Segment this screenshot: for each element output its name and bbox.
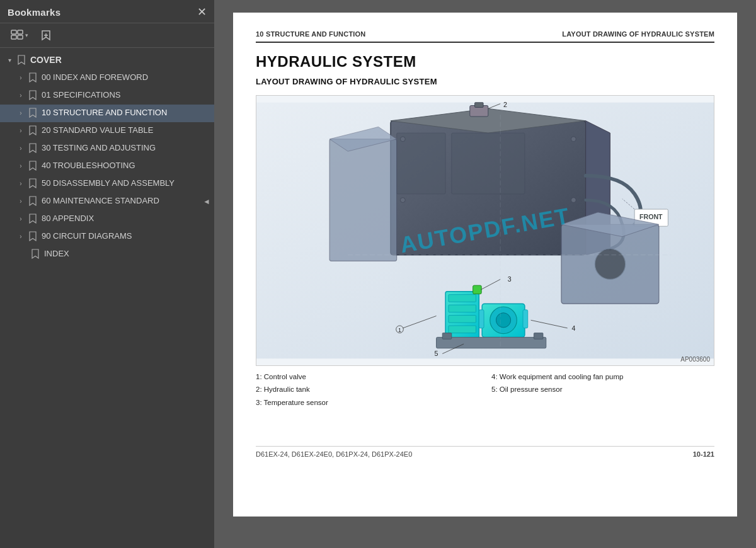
svg-text:5: 5 xyxy=(435,350,438,357)
sidebar: Bookmarks ✕ ▾ xyxy=(0,0,214,548)
expand-icon[interactable]: ▾ xyxy=(4,54,15,67)
caption-4: 4: Work equipment and cooling fan pump xyxy=(491,371,714,382)
sidebar-header: Bookmarks ✕ xyxy=(0,0,214,23)
expand-icon[interactable]: › xyxy=(15,89,26,102)
bookmark-icon xyxy=(28,107,38,118)
svg-text:4: 4 xyxy=(571,324,575,332)
svg-text:FRONT: FRONT xyxy=(639,213,663,220)
caption-5: 5: Oil pressure sensor xyxy=(491,384,714,395)
dropdown-arrow: ▾ xyxy=(25,32,28,38)
svg-text:3: 3 xyxy=(508,275,512,283)
bookmark-label: 01 SPECIFICATIONS xyxy=(42,89,212,101)
bookmark-item-20-std[interactable]: › 20 STANDARD VALUE TABLE xyxy=(0,122,214,140)
expand-icon[interactable]: › xyxy=(15,213,26,225)
bookmark-label: 80 APPENDIX xyxy=(42,213,212,224)
document-footer: D61EX-24, D61EX-24E0, D61PX-24, D61PX-24… xyxy=(256,446,714,458)
bookmark-label: 00 INDEX AND FOREWORD xyxy=(42,72,212,83)
svg-text:2: 2 xyxy=(503,101,507,108)
bookmark-icon xyxy=(28,142,38,154)
bookmark-add-icon xyxy=(40,29,52,42)
bookmark-label: 50 DISASSEMBLY AND ASSEMBLY xyxy=(42,178,212,189)
bookmark-label: 90 CIRCUIT DIAGRAMS xyxy=(42,231,212,242)
bookmark-icon xyxy=(16,54,26,66)
bookmark-item-40-trouble[interactable]: › 40 TROUBLESHOOTING xyxy=(0,157,214,175)
bookmark-label: COVER xyxy=(30,54,212,66)
doc-section-label: 10 STRUCTURE AND FUNCTION xyxy=(256,30,366,38)
bookmark-item-30-test[interactable]: › 30 TESTING AND ADJUSTING xyxy=(0,140,214,157)
caption-2: 2: Hydraulic tank xyxy=(256,384,479,395)
page-number: 10-121 xyxy=(693,450,714,458)
bookmark-icon xyxy=(30,248,40,260)
bookmark-icon xyxy=(28,195,38,207)
caption-empty xyxy=(491,397,714,408)
svg-rect-13 xyxy=(452,133,525,194)
svg-rect-29 xyxy=(449,305,476,312)
svg-rect-0 xyxy=(11,30,16,34)
svg-rect-40 xyxy=(534,333,543,340)
document-header: 10 STRUCTURE AND FUNCTION LAYOUT DRAWING… xyxy=(256,30,714,43)
svg-rect-35 xyxy=(479,310,484,328)
svg-rect-36 xyxy=(523,310,528,328)
hydraulic-diagram: FRONT xyxy=(256,95,714,366)
bookmark-item-80-appendix[interactable]: › 80 APPENDIX xyxy=(0,210,214,228)
bookmark-item-01-spec[interactable]: › 01 SPECIFICATIONS xyxy=(0,87,214,105)
bookmark-item-50-disassembly[interactable]: › 50 DISASSEMBLY AND ASSEMBLY xyxy=(0,175,214,193)
bookmark-icon xyxy=(28,213,38,224)
expand-icon[interactable]: › xyxy=(15,107,26,120)
svg-rect-11 xyxy=(475,103,484,108)
expand-icon[interactable]: › xyxy=(15,72,26,84)
svg-rect-18 xyxy=(329,139,396,261)
bookmark-item-60-maint[interactable]: › 60 MAINTENANCE STANDARD ◄ xyxy=(0,193,214,210)
bookmark-icon xyxy=(28,72,38,83)
svg-rect-12 xyxy=(397,133,445,194)
bookmark-icon xyxy=(28,178,38,189)
bookmark-item-index[interactable]: INDEX xyxy=(0,246,214,262)
bookmark-list: ▾ COVER › 00 INDEX AND FOREWORD › xyxy=(0,48,214,548)
svg-rect-1 xyxy=(11,35,16,39)
expand-icon[interactable]: › xyxy=(15,178,26,190)
bookmark-item-00-index[interactable]: › 00 INDEX AND FOREWORD xyxy=(0,69,214,87)
bookmark-label: 20 STANDARD VALUE TABLE xyxy=(42,125,212,136)
bookmark-item-cover[interactable]: ▾ COVER xyxy=(0,52,214,69)
model-number: D61EX-24, D61EX-24E0, D61PX-24, D61PX-24… xyxy=(256,450,412,458)
bookmark-icon xyxy=(28,89,38,101)
svg-rect-31 xyxy=(449,326,476,333)
svg-rect-37 xyxy=(473,285,482,294)
svg-point-16 xyxy=(571,137,576,142)
svg-point-17 xyxy=(571,198,576,203)
expand-icon[interactable]: › xyxy=(15,125,26,137)
diagram-captions: 1: Control valve 4: Work equipment and c… xyxy=(256,371,714,408)
document-title: HYDRAULIC SYSTEM xyxy=(256,53,714,71)
bookmark-label: 40 TROUBLESHOOTING xyxy=(42,160,212,171)
document-subtitle: LAYOUT DRAWING OF HYDRAULIC SYSTEM xyxy=(256,77,714,86)
expand-icon[interactable]: › xyxy=(15,231,26,243)
sidebar-title: Bookmarks xyxy=(8,7,60,18)
page-container: 10 STRUCTURE AND FUNCTION LAYOUT DRAWING… xyxy=(214,0,756,548)
bookmark-icon xyxy=(28,125,38,136)
svg-rect-30 xyxy=(449,316,476,323)
current-page-indicator: ◄ xyxy=(203,197,210,207)
bookmark-label: 60 MAINTENANCE STANDARD xyxy=(42,195,212,207)
close-button[interactable]: ✕ xyxy=(197,6,207,18)
svg-point-14 xyxy=(400,137,405,142)
document-page: 10 STRUCTURE AND FUNCTION LAYOUT DRAWING… xyxy=(233,13,737,517)
bookmark-icon xyxy=(28,160,38,171)
bookmark-label: INDEX xyxy=(44,248,212,260)
caption-3: 3: Temperature sensor xyxy=(256,397,479,408)
bookmark-item-10-struct[interactable]: › 10 STRUCTURE AND FUNCTION xyxy=(0,105,214,122)
bookmark-label: 30 TESTING AND ADJUSTING xyxy=(42,142,212,154)
svg-point-34 xyxy=(496,313,510,328)
layout-icon xyxy=(11,29,23,42)
diagram-reference: AP003600 xyxy=(680,356,710,363)
svg-rect-3 xyxy=(18,35,23,39)
bookmark-item-90-circuit[interactable]: › 90 CIRCUIT DIAGRAMS xyxy=(0,228,214,246)
expand-icon[interactable]: › xyxy=(15,160,26,173)
expand-icon[interactable]: › xyxy=(15,195,26,208)
main-content: 10 STRUCTURE AND FUNCTION LAYOUT DRAWING… xyxy=(214,0,756,548)
bookmark-icon xyxy=(28,231,38,242)
bookmark-label: 10 STRUCTURE AND FUNCTION xyxy=(42,107,212,118)
bookmark-add-button[interactable] xyxy=(37,27,55,43)
svg-rect-39 xyxy=(442,333,452,340)
expand-icon[interactable]: › xyxy=(15,142,26,155)
layout-button[interactable]: ▾ xyxy=(8,27,32,43)
